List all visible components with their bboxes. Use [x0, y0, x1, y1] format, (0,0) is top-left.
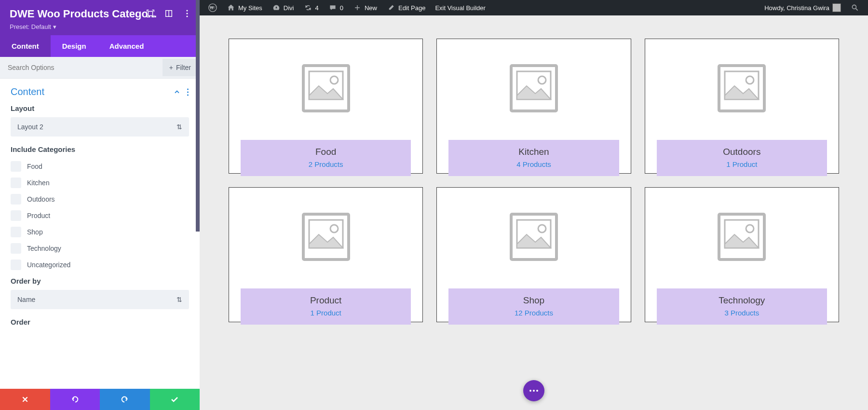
category-card[interactable]: Outdoors1 Product — [645, 39, 839, 174]
card-footer: Outdoors1 Product — [657, 140, 827, 176]
orderby-select[interactable]: Name⇅ — [11, 290, 189, 309]
exit-visual-builder-link[interactable]: Exit Visual Builder — [430, 0, 490, 15]
my-sites-label: My Sites — [238, 4, 262, 12]
card-title: Food — [245, 147, 406, 157]
category-row: Outdoors — [11, 191, 189, 207]
card-title: Outdoors — [662, 147, 822, 157]
placeholder-image-icon — [437, 188, 630, 286]
svg-point-9 — [187, 91, 189, 93]
tab-design[interactable]: Design — [51, 35, 98, 57]
search-options-row: +Filter — [0, 57, 200, 79]
panel-footer — [0, 389, 200, 410]
howdy-user[interactable]: Howdy, Christina Gwira — [760, 0, 846, 15]
card-count: 4 Products — [453, 160, 614, 168]
svg-point-10 — [187, 94, 189, 96]
my-sites-link[interactable]: My Sites — [222, 0, 267, 15]
svg-point-1 — [852, 5, 856, 9]
card-count: 2 Products — [245, 160, 406, 168]
category-row: Shop — [11, 224, 189, 240]
scrollbar[interactable] — [196, 0, 200, 232]
caret-down-icon: ▾ — [53, 23, 56, 30]
category-row: Kitchen — [11, 175, 189, 191]
plus-icon: + — [169, 64, 173, 71]
module-settings-panel: DWE Woo Products Catego... Preset: Defau… — [0, 0, 200, 410]
layout-label: Layout — [11, 104, 189, 112]
pencil-icon — [387, 3, 395, 12]
gauge-icon — [272, 3, 281, 12]
checkbox[interactable] — [11, 194, 21, 205]
category-card[interactable]: Kitchen4 Products — [436, 39, 631, 174]
card-title: Product — [245, 295, 406, 306]
cancel-button[interactable] — [0, 389, 50, 410]
fab-more[interactable] — [523, 380, 544, 401]
checkbox[interactable] — [11, 227, 21, 237]
orderby-label: Order by — [11, 277, 189, 285]
card-footer: Food2 Products — [241, 140, 411, 176]
checkbox[interactable] — [11, 210, 21, 221]
panel-header: DWE Woo Products Catego... Preset: Defau… — [0, 0, 200, 35]
settings-body: Content Layout Layout 2⇅ Include Categor… — [0, 79, 200, 410]
expand-icon[interactable] — [146, 9, 155, 18]
layout-select[interactable]: Layout 2⇅ — [11, 117, 189, 137]
save-button[interactable] — [150, 389, 200, 410]
checkbox[interactable] — [11, 161, 21, 172]
new-link[interactable]: New — [348, 0, 382, 15]
updates-link[interactable]: 4 — [299, 0, 324, 15]
tab-content[interactable]: Content — [0, 35, 51, 57]
category-card[interactable]: Technology3 Products — [645, 187, 839, 322]
category-card[interactable]: Shop12 Products — [436, 187, 631, 322]
preset-selector[interactable]: Preset: Default▾ — [10, 23, 190, 30]
category-label: Uncategorized — [27, 261, 70, 269]
category-label: Food — [27, 163, 42, 170]
card-count: 12 Products — [453, 309, 614, 317]
svg-rect-2 — [149, 12, 153, 16]
category-label: Outdoors — [27, 195, 55, 203]
svg-point-6 — [186, 13, 188, 14]
preview-canvas: Food2 ProductsKitchen4 ProductsOutdoors1… — [200, 15, 868, 410]
filter-button[interactable]: +Filter — [163, 59, 198, 76]
new-label: New — [365, 4, 377, 12]
card-title: Technology — [662, 295, 822, 306]
card-footer: Shop12 Products — [448, 288, 619, 325]
undo-button[interactable] — [50, 389, 100, 410]
category-label: Technology — [27, 245, 61, 252]
house-icon — [227, 3, 235, 12]
more-icon[interactable] — [182, 9, 192, 18]
comments-link[interactable]: 0 — [324, 0, 348, 15]
snap-icon[interactable] — [164, 9, 174, 18]
howdy-label: Howdy, Christina Gwira — [764, 4, 829, 12]
category-card[interactable]: Food2 Products — [229, 39, 423, 174]
settings-tabs: Content Design Advanced — [0, 35, 200, 57]
tab-advanced[interactable]: Advanced — [98, 35, 156, 57]
checkbox[interactable] — [11, 243, 21, 254]
search-icon — [851, 3, 859, 12]
edit-page-link[interactable]: Edit Page — [382, 0, 430, 15]
search-toggle[interactable] — [846, 0, 864, 15]
kebab-icon[interactable] — [187, 88, 189, 96]
wp-logo[interactable] — [203, 0, 222, 15]
category-row: Product — [11, 207, 189, 224]
category-row: Food — [11, 158, 189, 175]
card-count: 1 Product — [245, 309, 406, 317]
divi-link[interactable]: Divi — [267, 0, 299, 15]
category-row: Technology — [11, 240, 189, 257]
svg-point-5 — [186, 10, 188, 11]
updown-icon: ⇅ — [176, 123, 182, 131]
avatar — [832, 3, 841, 12]
wordpress-icon — [208, 3, 217, 12]
section-content-title[interactable]: Content — [11, 86, 44, 97]
search-input[interactable] — [0, 58, 161, 77]
placeholder-image-icon — [229, 188, 422, 286]
redo-button[interactable] — [100, 389, 150, 410]
category-card[interactable]: Product1 Product — [229, 187, 423, 322]
checkbox[interactable] — [11, 260, 21, 270]
placeholder-image-icon — [645, 39, 839, 137]
chevron-up-icon[interactable] — [173, 88, 181, 96]
category-label: Kitchen — [27, 179, 50, 187]
card-footer: Product1 Product — [241, 288, 411, 325]
edit-page-label: Edit Page — [398, 4, 425, 12]
refresh-icon — [304, 3, 312, 12]
updates-count: 4 — [315, 4, 319, 12]
checkbox[interactable] — [11, 178, 21, 188]
placeholder-image-icon — [437, 39, 630, 137]
